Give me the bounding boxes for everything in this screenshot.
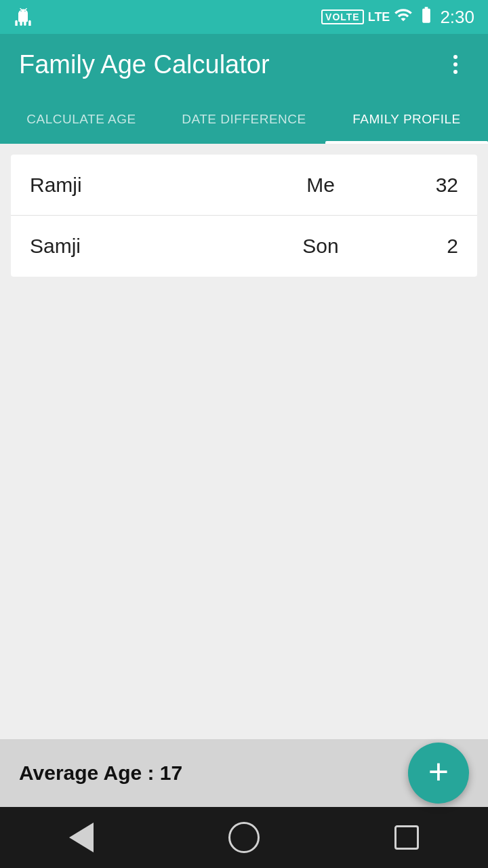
bottom-bar: Average Age : 17 + [0, 739, 488, 807]
navigation-bar [0, 807, 488, 868]
recents-button[interactable] [386, 817, 427, 858]
family-member-row[interactable]: Ramji Me 32 [11, 155, 477, 216]
home-icon [228, 822, 260, 853]
member-age: 32 [418, 174, 458, 197]
clock: 2:30 [440, 7, 474, 28]
tab-date-difference[interactable]: DATE DIFFERENCE [163, 95, 325, 144]
back-button[interactable] [61, 817, 102, 858]
member-name: Samji [30, 235, 224, 258]
tab-bar: CALCULATE AGE DATE DIFFERENCE FAMILY PRO… [0, 95, 488, 144]
battery-icon [417, 5, 436, 28]
android-icon [14, 7, 33, 28]
lte-indicator: LTE [368, 10, 390, 24]
more-options-button[interactable] [442, 55, 469, 74]
average-age-label: Average Age : 17 [19, 762, 182, 785]
member-name: Ramji [30, 174, 224, 197]
more-dot [453, 55, 458, 59]
content-area: Ramji Me 32 Samji Son 2 [0, 144, 488, 739]
back-icon [69, 823, 94, 852]
status-bar: VOLTE LTE 2:30 [0, 0, 488, 34]
member-age: 2 [418, 235, 458, 258]
tab-family-profile[interactable]: FAMILY PROFILE [325, 95, 488, 144]
family-list: Ramji Me 32 Samji Son 2 [11, 155, 477, 277]
family-member-row[interactable]: Samji Son 2 [11, 216, 477, 277]
add-member-button[interactable]: + [408, 743, 469, 804]
plus-icon: + [428, 754, 449, 789]
status-bar-right: VOLTE LTE 2:30 [321, 5, 474, 28]
member-relation: Me [224, 174, 418, 197]
recents-icon [394, 825, 419, 850]
tab-calculate-age[interactable]: CALCULATE AGE [0, 95, 163, 144]
signal-icon [394, 5, 413, 28]
more-dot [453, 70, 458, 74]
app-title: Family Age Calculator [19, 50, 270, 79]
more-dot [453, 62, 458, 66]
home-button[interactable] [224, 817, 264, 858]
member-relation: Son [224, 235, 418, 258]
volte-badge: VOLTE [321, 9, 364, 24]
app-bar: Family Age Calculator [0, 34, 488, 95]
